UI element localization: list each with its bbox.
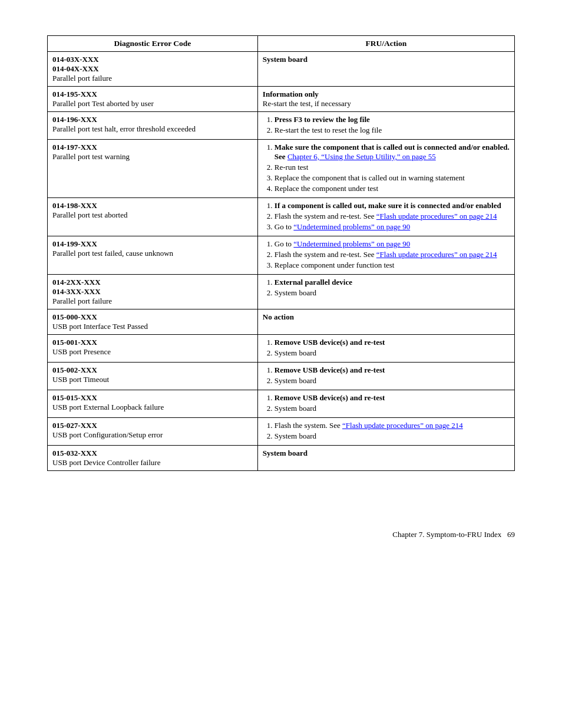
fru-list-item: Re-run test [275, 163, 510, 172]
code-cell: 015-000-XXXUSB port Interface Test Passe… [48, 309, 258, 335]
fru-cell: Make sure the component that is called o… [257, 140, 514, 198]
code-line: 014-195-XXX [52, 90, 97, 98]
code-line: USB port Timeout [52, 375, 109, 384]
code-line: 014-197-XXX [52, 143, 97, 151]
footer-page: 69 [507, 530, 515, 539]
fru-cell: Remove USB device(s) and re-testSystem b… [257, 390, 514, 418]
table-row: 015-001-XXXUSB port PresenceRemove USB d… [48, 335, 515, 363]
fru-list-item: Flash the system and re-test. See “Flash… [275, 250, 510, 259]
fru-value: Information only [263, 90, 319, 98]
fru-list-item: Flash the system and re-test. See “Flash… [275, 212, 510, 221]
code-line: 015-015-XXX [52, 393, 97, 402]
code-cell: 014-195-XXXParallel port Test aborted by… [48, 87, 258, 112]
fru-link[interactable]: “Undetermined problems” on page 90 [293, 239, 410, 248]
code-cell: 014-197-XXXParallel port test warning [48, 140, 258, 198]
code-cell: 015-015-XXXUSB port External Loopback fa… [48, 390, 258, 418]
code-cell: 015-027-XXXUSB port Configuration/Setup … [48, 418, 258, 446]
fru-list-item: Re-start the test to reset the log file [275, 126, 510, 135]
col2-header: FRU/Action [257, 36, 514, 52]
code-line: 014-196-XXX [52, 115, 97, 124]
code-line: USB port Device Controller failure [52, 458, 160, 467]
table-row: 014-196-XXXParallel port test halt, erro… [48, 112, 515, 140]
fru-list: Go to “Undetermined problems” on page 90… [272, 239, 510, 270]
fru-cell: Information onlyRe-start the test, if ne… [257, 87, 514, 112]
code-line: USB port Configuration/Setup error [52, 430, 163, 439]
fru-list-item: Remove USB device(s) and re-test [275, 338, 510, 347]
fru-list-item: Replace the component that is called out… [275, 173, 510, 183]
code-line: Parallel port failure [52, 297, 112, 305]
code-line: 015-001-XXX [52, 338, 97, 347]
page: Diagnostic Error Code FRU/Action 014-03X… [0, 0, 562, 530]
table-row: 014-198-XXXParallel port test abortedIf … [48, 198, 515, 236]
fru-list-item: External parallel device [275, 278, 510, 287]
fru-list: Remove USB device(s) and re-testSystem b… [272, 365, 510, 386]
code-line: Parallel port failure [52, 74, 112, 83]
fru-list-item: Replace the component under test [275, 184, 510, 193]
fru-link[interactable]: “Flash update procedures” on page 214 [376, 212, 497, 220]
fru-list-item: Remove USB device(s) and re-test [275, 393, 510, 403]
code-line: 015-027-XXX [52, 421, 97, 430]
fru-list-item: Replace component under function test [275, 261, 510, 270]
page-footer: Chapter 7. Symptom-to-FRU Index 69 [0, 530, 562, 539]
fru-cell: Remove USB device(s) and re-testSystem b… [257, 363, 514, 390]
fru-value: System board [263, 449, 308, 457]
code-line: USB port Presence [52, 347, 111, 356]
code-cell: 015-032-XXXUSB port Device Controller fa… [48, 446, 258, 471]
code-line: 014-04X-XXX [52, 64, 99, 73]
table-row: 015-032-XXXUSB port Device Controller fa… [48, 446, 515, 471]
fru-link[interactable]: Chapter 6, “Using the Setup Utility,” on… [287, 152, 436, 161]
code-cell: 014-2XX-XXX014-3XX-XXXParallel port fail… [48, 275, 258, 309]
fru-link[interactable]: “Flash update procedures” on page 214 [376, 250, 497, 259]
footer-chapter: Chapter 7. Symptom-to-FRU Index [392, 530, 501, 539]
fru-link[interactable]: “Undetermined problems” on page 90 [293, 222, 410, 231]
fru-value: No action [263, 312, 294, 321]
table-row: 015-015-XXXUSB port External Loopback fa… [48, 390, 515, 418]
fru-cell: No action [257, 309, 514, 335]
fru-list: Press F3 to review the log fileRe-start … [272, 115, 510, 135]
fru-list-item: Remove USB device(s) and re-test [275, 365, 510, 375]
fru-list: If a component is called out, make sure … [272, 201, 510, 232]
code-line: 015-000-XXX [52, 312, 97, 321]
code-line: 014-198-XXX [52, 201, 97, 210]
table-row: 014-197-XXXParallel port test warningMak… [48, 140, 515, 198]
fru-list-item: Go to “Undetermined problems” on page 90 [275, 222, 510, 232]
fru-cell: Go to “Undetermined problems” on page 90… [257, 236, 514, 275]
table-row: 014-2XX-XXX014-3XX-XXXParallel port fail… [48, 275, 515, 309]
fru-rest: Re-start the test, if necessary [263, 99, 351, 108]
code-line: 015-002-XXX [52, 365, 97, 374]
table-row: 014-195-XXXParallel port Test aborted by… [48, 87, 515, 112]
table-row: 014-199-XXXParallel port test failed, ca… [48, 236, 515, 275]
code-line: 015-032-XXX [52, 449, 97, 457]
diagnostic-table: Diagnostic Error Code FRU/Action 014-03X… [47, 35, 515, 471]
code-line: USB port Interface Test Passed [52, 322, 148, 331]
code-line: Parallel port test failed, cause unknown [52, 249, 173, 258]
fru-list: Flash the system. See “Flash update proc… [272, 421, 510, 441]
code-line: Parallel port test halt, error threshold… [52, 124, 196, 133]
code-cell: 015-001-XXXUSB port Presence [48, 335, 258, 363]
table-row: 015-000-XXXUSB port Interface Test Passe… [48, 309, 515, 335]
fru-cell: Remove USB device(s) and re-testSystem b… [257, 335, 514, 363]
fru-list-item: Press F3 to review the log file [275, 115, 510, 124]
fru-list-item: System board [275, 348, 510, 358]
table-row: 015-002-XXXUSB port TimeoutRemove USB de… [48, 363, 515, 390]
fru-list-item: System board [275, 404, 510, 413]
fru-list: Make sure the component that is called o… [272, 143, 510, 193]
code-line: 014-2XX-XXX [52, 278, 101, 286]
code-cell: 014-196-XXXParallel port test halt, erro… [48, 112, 258, 140]
code-line: 014-03X-XXX [52, 55, 99, 64]
table-row: 015-027-XXXUSB port Configuration/Setup … [48, 418, 515, 446]
code-cell: 014-199-XXXParallel port test failed, ca… [48, 236, 258, 275]
fru-cell: Press F3 to review the log fileRe-start … [257, 112, 514, 140]
fru-list-item: Make sure the component that is called o… [275, 143, 510, 162]
code-line: Parallel port test warning [52, 152, 130, 161]
code-line: USB port External Loopback failure [52, 403, 164, 411]
col1-header: Diagnostic Error Code [48, 36, 258, 52]
code-cell: 014-03X-XXX014-04X-XXXParallel port fail… [48, 52, 258, 87]
fru-list-item: Go to “Undetermined problems” on page 90 [275, 239, 510, 249]
code-line: Parallel port Test aborted by user [52, 99, 154, 108]
fru-list-item: System board [275, 376, 510, 386]
fru-cell: Flash the system. See “Flash update proc… [257, 418, 514, 446]
code-line: 014-3XX-XXX [52, 287, 101, 296]
footer-text: Chapter 7. Symptom-to-FRU Index 69 [392, 530, 515, 539]
fru-link[interactable]: “Flash update procedures” on page 214 [342, 421, 463, 430]
